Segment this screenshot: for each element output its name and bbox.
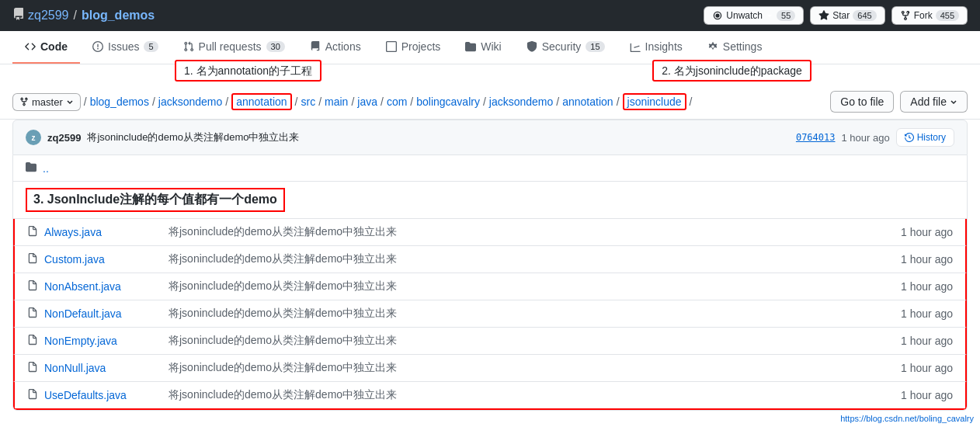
breadcrumb-actions: Go to file Add file	[830, 91, 968, 113]
file-list: .. 3. JsonInclude注解的每个值都有一个demo Always.j…	[12, 155, 968, 411]
tab-actions[interactable]: Actions	[297, 31, 374, 64]
watermark-link[interactable]: https://blog.csdn.net/boling_cavalry	[840, 414, 974, 423]
unwatch-label: Unwatch	[726, 10, 763, 21]
star-button[interactable]: Star 645	[810, 6, 884, 25]
commit-msg-nonabsent: 将jsoninclude的demo从类注解demo中独立出来	[169, 279, 901, 293]
parent-dir-link[interactable]: ..	[43, 162, 167, 175]
breadcrumb: master / blog_demos / jacksondemo / anno…	[12, 93, 692, 111]
security-badge: 15	[586, 41, 604, 52]
file-item-always: Always.java 将jsoninclude的demo从类注解demo中独立…	[13, 219, 967, 246]
file-time-custom: 1 hour ago	[901, 253, 953, 266]
owner-link[interactable]: zq2599	[28, 9, 69, 23]
file-link-nonnull[interactable]: NonNull.java	[44, 362, 169, 374]
commit-user[interactable]: zq2599	[47, 132, 81, 144]
breadcrumb-src[interactable]: src	[301, 95, 315, 108]
branch-selector[interactable]: master	[12, 93, 81, 111]
unwatch-count: 55	[777, 10, 795, 21]
commit-message: 将jsoninclude的demo从类注解demo中独立出来	[87, 130, 299, 144]
breadcrumb-com[interactable]: com	[387, 95, 407, 108]
tab-insights[interactable]: Insights	[617, 31, 695, 64]
breadcrumb-java[interactable]: java	[357, 95, 377, 108]
file-link-nondefault[interactable]: NonDefault.java	[44, 307, 169, 320]
breadcrumb-jsoninclude[interactable]: jsoninclude	[623, 93, 686, 110]
commit-row: z zq2599 将jsoninclude的demo从类注解demo中独立出来 …	[12, 120, 968, 155]
file-icon-nonnull	[27, 362, 38, 375]
go-to-file-button[interactable]: Go to file	[830, 91, 894, 113]
breadcrumb-main[interactable]: main	[325, 95, 348, 108]
file-item-nonempty: NonEmpty.java 将jsoninclude的demo从类注解demo中…	[13, 328, 967, 355]
breadcrumb-jacksondemo[interactable]: jacksondemo	[158, 95, 223, 108]
breadcrumb-annotation2[interactable]: annotation	[562, 95, 613, 108]
jsoninclude-callout-label: 3. JsonInclude注解的每个值都有一个demo	[26, 188, 285, 212]
file-link-usedefaults[interactable]: UseDefaults.java	[44, 389, 169, 401]
commit-time: 1 hour ago	[841, 132, 889, 144]
tab-wiki[interactable]: Wiki	[453, 31, 513, 64]
file-item-custom: Custom.java 将jsoninclude的demo从类注解demo中独立…	[13, 246, 967, 273]
repo-link[interactable]: blog_demos	[82, 9, 155, 23]
file-time-nondefault: 1 hour ago	[901, 307, 953, 320]
callout-annotation1: 1. 名为annotation的子工程	[175, 60, 321, 82]
commit-msg-nonempty: 将jsoninclude的demo从类注解demo中独立出来	[169, 334, 901, 348]
repo-title: zq2599 / blog_demos	[12, 8, 155, 23]
file-link-custom[interactable]: Custom.java	[44, 253, 169, 266]
tab-projects[interactable]: Projects	[374, 31, 454, 64]
tab-pr-label: Pull requests	[199, 40, 262, 53]
tab-security-label: Security	[542, 40, 582, 53]
watermark: https://blog.csdn.net/boling_cavalry	[0, 411, 980, 426]
tab-security[interactable]: Security 15	[514, 31, 617, 64]
tab-code[interactable]: Code	[12, 31, 80, 64]
breadcrumb-annotation[interactable]: annotation	[231, 93, 291, 110]
issues-badge: 5	[144, 41, 158, 52]
tab-settings-label: Settings	[723, 40, 763, 53]
tab-code-label: Code	[40, 40, 68, 53]
file-item-nonnull: NonNull.java 将jsoninclude的demo从类注解demo中独…	[13, 355, 967, 382]
nav-tabs: Code Issues 5 Pull requests 30 Actions P…	[0, 31, 980, 64]
pr-badge: 30	[266, 41, 285, 52]
tab-insights-label: Insights	[645, 40, 683, 53]
slash-sep: /	[74, 9, 77, 23]
annotation-callouts: 1. 名为annotation的子工程 2. 名为jsoninclude的pac…	[0, 64, 980, 78]
commit-msg-nondefault: 将jsoninclude的demo从类注解demo中独立出来	[169, 307, 901, 321]
file-link-nonempty[interactable]: NonEmpty.java	[44, 335, 169, 347]
history-button[interactable]: History	[896, 128, 954, 147]
tab-projects-label: Projects	[401, 40, 441, 53]
top-bar: zq2599 / blog_demos Unwatch 55 Star 645 …	[0, 0, 980, 31]
file-icon-usedefaults	[27, 389, 38, 402]
breadcrumb-blog-demos[interactable]: blog_demos	[90, 95, 149, 108]
breadcrumb-jacksondemo2[interactable]: jacksondemo	[489, 95, 554, 108]
breadcrumb-bolingcavalry[interactable]: bolingcavalry	[416, 95, 480, 108]
top-right-actions: Unwatch 55 Star 645 Fork 455	[704, 6, 968, 25]
commit-right: 0764013 1 hour ago History	[796, 128, 954, 147]
tab-wiki-label: Wiki	[481, 40, 501, 53]
tab-issues[interactable]: Issues 5	[80, 31, 171, 64]
avatar: z	[26, 130, 41, 145]
file-time-usedefaults: 1 hour ago	[901, 389, 953, 401]
parent-dir-item: ..	[13, 155, 967, 182]
file-link-nonabsent[interactable]: NonAbsent.java	[44, 280, 169, 293]
file-icon-nondefault	[27, 307, 38, 321]
history-label: History	[917, 132, 946, 143]
commit-hash[interactable]: 0764013	[796, 132, 836, 143]
commit-msg-nonnull: 将jsoninclude的demo从类注解demo中独立出来	[169, 361, 901, 375]
breadcrumb-row: master / blog_demos / jacksondemo / anno…	[0, 85, 980, 120]
parent-dir-icon	[26, 161, 36, 175]
unwatch-button[interactable]: Unwatch 55	[704, 6, 804, 25]
file-time-nonabsent: 1 hour ago	[901, 280, 953, 293]
commit-msg-custom: 将jsoninclude的demo从类注解demo中独立出来	[169, 252, 901, 266]
callout-annotation2: 2. 名为jsoninclude的package	[652, 60, 811, 82]
repo-icon	[12, 8, 25, 23]
file-time-nonnull: 1 hour ago	[901, 362, 953, 374]
tab-settings[interactable]: Settings	[695, 31, 775, 64]
fork-count: 455	[936, 10, 959, 21]
tab-actions-label: Actions	[325, 40, 361, 53]
file-icon-nonabsent	[27, 280, 38, 293]
file-item-usedefaults: UseDefaults.java 将jsoninclude的demo从类注解de…	[13, 382, 967, 410]
file-time-nonempty: 1 hour ago	[901, 335, 953, 347]
fork-button[interactable]: Fork 455	[891, 6, 968, 25]
star-label: Star	[832, 10, 850, 21]
file-link-always[interactable]: Always.java	[44, 226, 169, 238]
tab-pull-requests[interactable]: Pull requests 30	[171, 31, 297, 64]
file-icon-custom	[27, 253, 38, 266]
branch-name: master	[32, 96, 63, 108]
add-file-button[interactable]: Add file	[900, 91, 968, 113]
